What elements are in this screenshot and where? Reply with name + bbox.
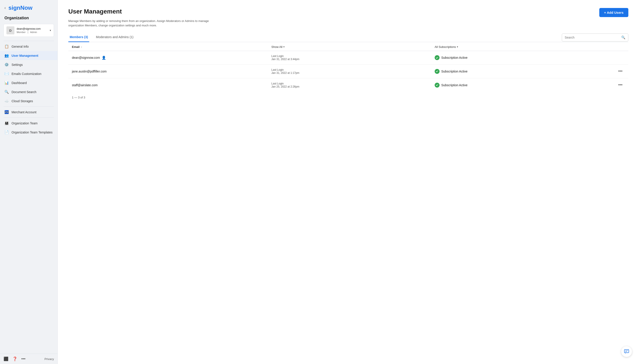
role-member: Member — [17, 31, 26, 34]
login-cell-2: Last Login Jan 25, 2022 at 2:26pm — [271, 82, 435, 88]
sidebar-item-label: Dashboard — [12, 81, 27, 85]
role-divider: | — [28, 31, 28, 34]
sidebar: ‹ signNow Organization D dean@signnow.co… — [0, 0, 58, 364]
tab-moderators-admins[interactable]: Moderators and Admins (1) — [95, 33, 135, 42]
show-all-filter-btn[interactable]: Show All ▾ — [271, 45, 285, 48]
email-cell-0: dean@signnow.com 👤 — [72, 56, 271, 60]
col-email-header: Email ↑ — [72, 45, 271, 48]
email-cell-2: staff@airslate.com — [72, 83, 271, 87]
col-subscriptions-header: All Subscriptions ▾ — [435, 45, 616, 48]
more-menu-btn-1[interactable]: ••• — [617, 68, 624, 74]
table-row: jane.austin@pdffiller.com Last Login Jan… — [68, 64, 628, 78]
sidebar-item-merchant-account[interactable]: 🏧 Merchant Account — [0, 108, 58, 116]
avatar: D — [7, 26, 15, 34]
subscription-cell-2: Subscription Active — [435, 83, 616, 88]
subscriptions-chevron-icon: ▾ — [457, 46, 458, 48]
sidebar-item-label: General Info — [12, 45, 29, 48]
sidebar-item-label: Document Search — [12, 90, 36, 94]
sidebar-item-dashboard[interactable]: 📊 Dashboard — [0, 78, 58, 87]
user-card[interactable]: D dean@signnow.com Member | Admin ▾ — [4, 24, 54, 37]
table-rows: dean@signnow.com 👤 Last Login Jan 31, 20… — [68, 51, 628, 92]
page-description: Manage Members by adding or removing the… — [68, 19, 224, 28]
login-date-1: Jan 31, 2022 at 1:17pm — [271, 72, 435, 74]
chat-fab-button[interactable] — [621, 346, 632, 357]
login-cell-0: Last Login Jan 31, 2022 at 3:44pm — [271, 54, 435, 61]
dashboard-icon: 📊 — [5, 81, 9, 85]
sidebar-item-user-management[interactable]: 👥 User Management — [0, 51, 58, 60]
org-label: Organization — [0, 14, 58, 22]
svg-rect-0 — [624, 350, 629, 353]
login-label-0: Last Login — [271, 54, 435, 58]
email-text-2: staff@airslate.com — [72, 83, 98, 87]
user-info: dean@signnow.com Member | Admin — [17, 27, 48, 34]
chat-icon — [624, 349, 629, 354]
user-email: dean@signnow.com — [17, 27, 48, 30]
organization-team-icon: 👨‍👩‍👧‍👦 — [5, 121, 9, 125]
settings-icon: ⚙️ — [5, 62, 9, 67]
sidebar-item-label: Organization Team Templates — [12, 130, 53, 134]
page-title: User Management — [68, 8, 122, 15]
check-icon-2 — [435, 83, 440, 88]
table-header-row: Email ↑ Show All ▾ All Subscriptions ▾ — [68, 42, 628, 51]
chevron-down-icon: ▾ — [50, 29, 51, 32]
login-date-2: Jan 25, 2022 at 2:26pm — [271, 85, 435, 88]
subscription-status-2: Subscription Active — [441, 83, 467, 87]
sidebar-bottom: ⬛ ❓ ••• Privacy — [0, 354, 58, 364]
organization-team-templates-icon: 📄 — [5, 130, 9, 134]
sidebar-nav: 📋 General Info 👥 User Management ⚙️ Sett… — [0, 42, 58, 137]
sidebar-item-document-search[interactable]: 🔍 Document Search — [0, 87, 58, 96]
emails-customization-icon: ✉️ — [5, 72, 9, 76]
search-input[interactable] — [565, 36, 619, 39]
sidebar-item-label: Organization Team — [12, 122, 38, 125]
sidebar-item-settings[interactable]: ⚙️ Settings — [0, 60, 58, 69]
sidebar-item-organization-team-templates[interactable]: 📄 Organization Team Templates — [0, 128, 58, 137]
subscription-cell-0: Subscription Active — [435, 55, 616, 60]
privacy-link[interactable]: Privacy — [44, 357, 54, 361]
login-label-1: Last Login — [271, 68, 435, 72]
login-label-2: Last Login — [271, 82, 435, 85]
more-menu-btn-2[interactable]: ••• — [617, 82, 624, 88]
sidebar-item-cloud-storages[interactable]: ☁️ Cloud Storages — [0, 96, 58, 106]
search-icon: 🔍 — [621, 36, 625, 40]
sidebar-item-emails-customization[interactable]: ✉️ Emails Customization — [0, 69, 58, 78]
logout-icon[interactable]: ⬛ — [4, 356, 9, 361]
sidebar-item-general-info[interactable]: 📋 General Info — [0, 42, 58, 51]
sidebar-item-label: Emails Customization — [12, 72, 42, 76]
add-users-button[interactable]: + Add Users — [599, 8, 628, 17]
document-search-icon: 🔍 — [5, 90, 9, 94]
email-cell-1: jane.austin@pdffiller.com — [72, 70, 271, 73]
user-icon-0: 👤 — [102, 56, 106, 60]
more-icon[interactable]: ••• — [21, 357, 26, 361]
col-show-all-header: Show All ▾ — [271, 45, 435, 48]
table-container: Email ↑ Show All ▾ All Subscriptions ▾ d… — [68, 42, 628, 103]
back-button[interactable]: ‹ — [5, 6, 6, 10]
pagination: 1 — 3 of 3 — [68, 92, 628, 103]
sidebar-item-label: User Management — [12, 54, 38, 58]
actions-cell-1: ••• — [616, 68, 625, 74]
sidebar-top: ‹ signNow — [0, 0, 58, 14]
subscriptions-label: All Subscriptions — [435, 45, 456, 48]
check-icon-0 — [435, 55, 440, 60]
cloud-storages-icon: ☁️ — [5, 99, 9, 103]
sidebar-divider — [4, 41, 54, 41]
login-date-0: Jan 31, 2022 at 3:44pm — [271, 58, 435, 61]
search-box[interactable]: 🔍 — [562, 34, 628, 42]
email-text-0: dean@signnow.com — [72, 56, 100, 60]
sidebar-item-label: Settings — [12, 63, 23, 66]
subscriptions-filter-btn[interactable]: All Subscriptions ▾ — [435, 45, 458, 48]
show-all-label: Show All — [271, 45, 282, 48]
user-management-icon: 👥 — [5, 54, 9, 58]
sidebar-item-label: Cloud Storages — [12, 99, 33, 103]
page-header: User Management + Add Users — [68, 8, 628, 17]
sidebar-item-organization-team[interactable]: 👨‍👩‍👧‍👦 Organization Team — [0, 118, 58, 128]
help-icon[interactable]: ❓ — [13, 356, 17, 361]
tabs: Members (3)Moderators and Admins (1) — [68, 33, 140, 42]
sort-arrow-icon[interactable]: ↑ — [81, 46, 82, 48]
sidebar-divider — [4, 106, 54, 107]
actions-cell-2: ••• — [616, 82, 625, 88]
show-all-chevron-icon: ▾ — [283, 46, 285, 48]
login-cell-1: Last Login Jan 31, 2022 at 1:17pm — [271, 68, 435, 74]
tab-members[interactable]: Members (3) — [68, 33, 89, 42]
email-text-1: jane.austin@pdffiller.com — [72, 70, 107, 73]
logo: signNow — [9, 4, 32, 11]
